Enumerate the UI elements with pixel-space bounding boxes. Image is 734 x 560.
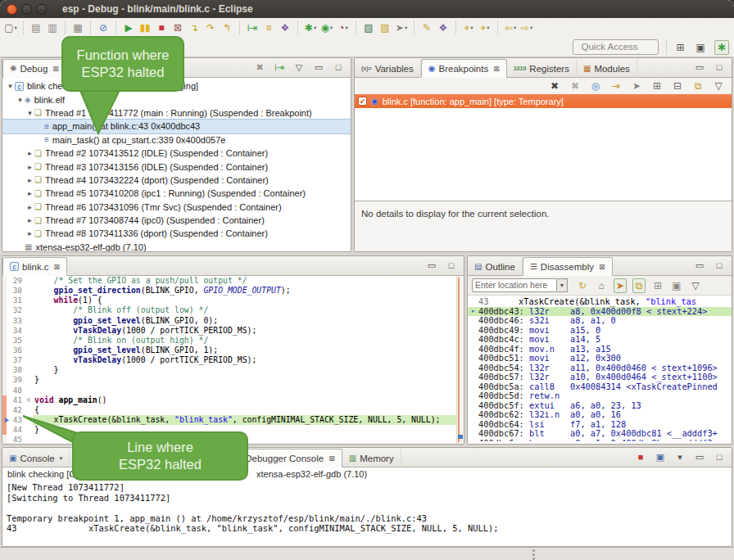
disassembly-instruction-row[interactable]: 400dbc54:l32ra11, 0x400d0460 <_stext+109… [468, 364, 732, 373]
show-threads-button[interactable]: ≡ [262, 20, 275, 35]
tree-expand-arrow-icon[interactable]: ▸ [25, 176, 34, 184]
debug-tree-row[interactable]: ▸❏Thread #6 1073431096 (Tmr Svc) (Suspen… [2, 201, 351, 214]
tree-expand-arrow-icon[interactable]: ▸ [25, 149, 34, 157]
titlebar[interactable]: esp - Debug - blink/main/blink.c - Eclip… [0, 0, 734, 18]
editor-line[interactable]: 37 vTaskDelay(1000 / portTICK_PERIOD_MS)… [2, 355, 464, 365]
profile-button[interactable]: ◔▾ [337, 20, 350, 35]
cpp-perspective-button[interactable]: ▣ [694, 40, 708, 55]
editor-line[interactable]: 38 } [2, 365, 464, 375]
sync-active-context-button[interactable]: ⧉ [632, 278, 646, 293]
editor-tab-blink.c[interactable]: cblink.c⊠ [2, 257, 67, 276]
maximize-button[interactable]: □ [332, 60, 345, 75]
minimize-button[interactable]: ▭ [312, 60, 325, 75]
maximize-button[interactable]: □ [445, 258, 458, 273]
editor-line[interactable]: 32 /* Blink off (output low) */ [2, 305, 464, 315]
pin-console-button[interactable]: ⌖▾ [462, 20, 475, 35]
debug-perspective-button[interactable]: ✱ [714, 40, 729, 55]
tree-expand-arrow-icon[interactable]: ▸ [25, 229, 34, 237]
tab-chevron-icon[interactable]: ▾ [60, 455, 63, 462]
breakpoint-checkbox[interactable]: ✔ [358, 97, 367, 106]
expand-all-button[interactable]: ⊞ [650, 79, 664, 93]
debug-tree-row[interactable]: ▸❏Thread #3 1073413156 (IDLE) (Suspended… [2, 160, 351, 173]
tab-close-icon[interactable]: ⊠ [328, 454, 335, 463]
minimize-button[interactable]: ▭ [693, 60, 706, 75]
maximize-button[interactable] [36, 4, 47, 15]
suspend-button[interactable]: ▮▮ [138, 20, 152, 35]
disassembly-instruction-row[interactable]: 400dbc5d:retw.n [468, 391, 732, 401]
remove-all-terminated-button[interactable]: ✖ [253, 60, 266, 75]
tree-expand-arrow-icon[interactable]: ▸ [25, 163, 34, 171]
debug-tree-row[interactable]: ▦xtensa-esp32-elf-gdb (7.10) [2, 241, 351, 252]
disassembly-tab-outline[interactable]: ▤Outline [468, 257, 523, 276]
breakpoints-tab-variables[interactable]: (x)=Variables [355, 59, 421, 78]
disassembly-instruction-row[interactable]: 400dbc57:l32ra10, 0x400d0464 <_stext+110… [468, 373, 732, 382]
debug-tab-debug[interactable]: ✺Debug⊠ [2, 59, 66, 78]
show-breakpoints-supported-button[interactable]: ◎ [589, 79, 602, 93]
flash-button[interactable]: ➤▾ [395, 20, 408, 35]
disassembly-instruction-row[interactable]: 400dbc67:blta0, a7, 0x400dbc81 <__adddf3… [468, 429, 732, 439]
breakpoints-tab-registers[interactable]: 1010Registers [507, 59, 577, 78]
minimize-button[interactable] [21, 4, 32, 15]
back-button[interactable]: ⇦▾ [504, 20, 517, 35]
minimize-button[interactable]: ▭ [693, 449, 706, 464]
minimize-button[interactable]: ▭ [693, 258, 706, 273]
run-button[interactable]: ◉▾ [320, 20, 333, 35]
debug-tree-row[interactable]: ▸❏Thread #8 1073411336 (dport) (Suspende… [2, 227, 351, 240]
debug-tree-row[interactable]: ▸❏Thread #2 1073413512 (IDLE) (Suspended… [2, 147, 351, 160]
disassembly-instruction-row[interactable]: 400dbc6a:bnonea0, a1, 0x400dbc8b <__addd… [468, 439, 732, 442]
tree-expand-arrow-icon[interactable]: ▾ [25, 109, 34, 117]
location-input[interactable]: Enter location here [472, 278, 557, 292]
tab-close-icon[interactable]: ⊠ [599, 263, 605, 271]
skip-all-breakpoints-button[interactable]: ➤ [630, 79, 643, 93]
debug-tree-row[interactable]: ▸❏Thread #4 1073432224 (dport) (Suspende… [2, 174, 351, 187]
maximize-button[interactable]: □ [713, 449, 726, 464]
tree-expand-arrow-icon[interactable]: ▸ [25, 216, 34, 224]
go-to-file-for-breakpoint-button[interactable]: ⇥ [609, 79, 623, 93]
open-perspective-button[interactable]: ⊞ [674, 40, 687, 55]
display-selected-console-button[interactable]: ▣ [654, 449, 667, 464]
clone-console-button[interactable]: ⌖▾ [478, 20, 492, 35]
editor-line[interactable]: 36 gpio_set_level(BLINK_GPIO, 1); [2, 345, 464, 355]
editor-line[interactable]: 43 xTaskCreate(&blink_task, "blink_task"… [2, 415, 464, 425]
minimize-button[interactable]: ▭ [425, 258, 438, 273]
breakpoints-tab-modules[interactable]: ▦Modules [577, 59, 637, 78]
step-over-button[interactable]: ↷ [204, 20, 217, 35]
editor-line[interactable]: 35 /* Blink on (output high) */ [2, 336, 464, 345]
debug-tree-row[interactable]: ≡app_main() at blink.c:43 0x400dbc43 [2, 120, 351, 133]
overview-ruler[interactable] [456, 276, 464, 444]
maximize-button[interactable]: □ [713, 60, 726, 75]
disassembly-instruction-row[interactable]: 400dbc4f:mov.na13, a15 [468, 345, 732, 355]
disassembly-instruction-row[interactable]: 400dbc4c:movia14, 5 [468, 335, 732, 345]
resume-button[interactable]: ▶ [122, 20, 135, 35]
debug-tree-row[interactable]: ▾◈blink.elf [2, 93, 351, 106]
step-return-button[interactable]: ↰ [220, 20, 233, 35]
sash-handle[interactable] [532, 549, 535, 552]
console-tab-memory[interactable]: ▥Memory [342, 449, 401, 467]
instruction-stepping-button[interactable]: i⇥ [246, 20, 259, 35]
preferences-button[interactable]: ▣ [670, 278, 683, 293]
breakpoint-row[interactable]: ✔ ◉ blink.c [function: app_main] [type: … [355, 94, 732, 108]
console-picker-button[interactable]: ▾ [673, 449, 686, 464]
track-current-instruction-button[interactable]: ➤ [614, 278, 627, 293]
tab-close-icon[interactable]: ⊠ [493, 65, 500, 73]
terminate-button[interactable]: ■ [634, 449, 647, 464]
tree-expand-arrow-icon[interactable]: ▸ [25, 203, 34, 211]
collapse-all-button[interactable]: ⊟ [671, 79, 684, 93]
open-folder-button[interactable]: ▨ [378, 20, 392, 35]
editor-line[interactable]: 31 while(1) { [2, 296, 464, 305]
console-tab-console[interactable]: ▣Console▾ [2, 449, 70, 467]
breakpoints-tab-breakpoints[interactable]: ◉Breakpoints⊠ [421, 59, 507, 78]
toggle-mark-button[interactable]: ❖ [437, 20, 450, 35]
editor-line[interactable]: 33 gpio_set_level(BLINK_GPIO, 0); [2, 316, 464, 326]
new-wizard-button[interactable]: ▢▾ [4, 20, 17, 35]
editor-line[interactable]: 40 [2, 386, 464, 395]
editor-line[interactable]: 42{ [2, 405, 464, 415]
editor-line[interactable]: 30 gpio_set_direction(BLINK_GPIO, GPIO_M… [2, 286, 464, 296]
editor-line[interactable]: 41⊖void app_main() [2, 395, 464, 405]
tree-expand-arrow-icon[interactable]: ▾ [16, 96, 25, 104]
view-menu-button[interactable]: ▽ [712, 79, 725, 93]
disassembly-instruction-row[interactable]: 400dbc51:movia12, 0x300 [468, 354, 732, 364]
instruction-stepping-mode-button[interactable]: i⇥ [273, 60, 286, 75]
disassembly-instruction-row[interactable]: ➤400dbc43:l32ra8, 0x400d00f8 <_stext+224… [468, 307, 732, 317]
skip-all-breakpoints-button[interactable]: ⊘ [97, 20, 110, 35]
